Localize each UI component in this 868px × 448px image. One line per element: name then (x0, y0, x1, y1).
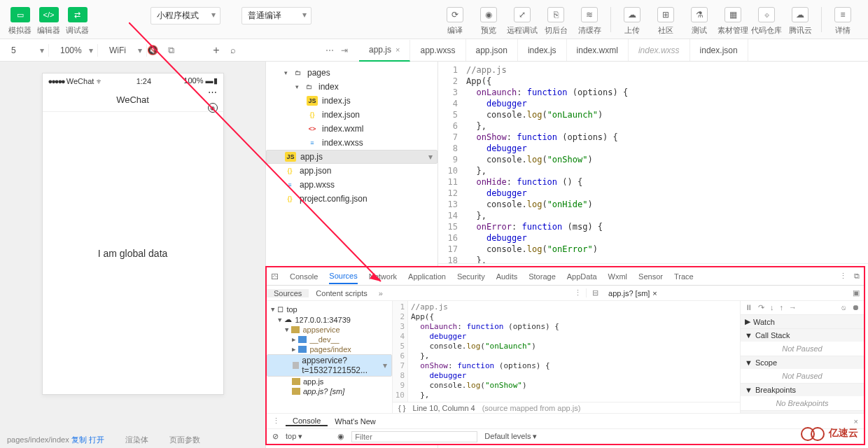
dt-tab-trace[interactable]: Trace (674, 272, 694, 281)
action-background[interactable]: ⎘切后台 (539, 7, 573, 36)
levels-select[interactable]: Default levels ▾ (484, 432, 537, 441)
editor-tab[interactable]: app.wxss (410, 39, 465, 61)
mode-editor[interactable]: </> 编辑器 (37, 7, 60, 36)
action-upload[interactable]: ☁上传 (615, 7, 649, 36)
tree-row[interactable]: <>index.wxml (266, 122, 438, 136)
step-icon[interactable]: → (789, 303, 797, 312)
subtab-chevron-icon[interactable]: » (379, 289, 383, 298)
inspect-icon[interactable]: ⮹ (271, 272, 279, 281)
dt-tab-sensor[interactable]: Sensor (638, 272, 663, 281)
console-filter-input[interactable] (351, 431, 477, 442)
scope-header[interactable]: ▼Scope (741, 356, 864, 369)
step-over-icon[interactable]: ↷ (758, 303, 764, 312)
program-mode-select[interactable]: 小程序模式 (150, 7, 220, 24)
copy-icon[interactable]: ⧉ (168, 45, 174, 56)
action-preview[interactable]: ◉预览 (472, 7, 505, 36)
tree-row[interactable]: JSapp.js (266, 150, 438, 164)
close-icon[interactable]: × (652, 289, 657, 298)
subtab-content-scripts[interactable]: Content scripts (309, 289, 374, 298)
mode-debugger[interactable]: ⇄ 调试器 (66, 7, 89, 36)
action-repo[interactable]: ⟐代码仓库 (750, 7, 783, 36)
zoom-select[interactable]: 100% (56, 44, 98, 57)
target-icon[interactable]: ◉ (208, 103, 218, 113)
drawer-more-icon[interactable]: ⋮ (267, 416, 286, 426)
compile-type-select[interactable]: 普通编译 (241, 7, 312, 24)
more-icon[interactable]: ⋯ (326, 46, 334, 55)
network-select[interactable]: WiFi (105, 44, 147, 57)
pause-exceptions-icon[interactable]: ⏺ (852, 303, 860, 312)
editor-tab[interactable]: app.json (466, 39, 518, 61)
split-icon[interactable]: ⇥ (341, 46, 348, 55)
dt-more-icon[interactable]: ⋮ (839, 272, 847, 281)
dt-tab-security[interactable]: Security (457, 272, 485, 281)
editor-tab[interactable]: index.json (690, 39, 748, 61)
drawer-close-icon[interactable]: × (854, 417, 858, 426)
drawer-tab-whatsnew[interactable]: What's New (328, 417, 382, 426)
sources-tree-row[interactable]: ▶pages/index (267, 344, 392, 354)
pause-icon[interactable]: ⏸ (745, 303, 752, 312)
source-file-tab[interactable]: app.js? [sm]× (604, 289, 662, 298)
sources-tree-row[interactable]: ▼appservice (267, 325, 392, 335)
new-file-icon[interactable]: + (208, 44, 225, 57)
editor-tab[interactable]: app.js× (359, 40, 410, 62)
eye-icon[interactable]: ◉ (337, 432, 344, 441)
deactivate-bp-icon[interactable]: ⍉ (841, 303, 846, 312)
sources-tree-row[interactable]: app.js? [sm] (267, 386, 392, 396)
action-assets[interactable]: ▦素材管理 (716, 7, 750, 36)
dt-tab-network[interactable]: Network (369, 272, 397, 281)
code-editor[interactable]: 12345678910111213141516171819 //app.jsAp… (438, 62, 868, 263)
subtab-sources[interactable]: Sources (267, 289, 309, 298)
panel-toggle-icon[interactable]: ▣ (853, 288, 860, 298)
dt-dock-icon[interactable]: ⧉ (854, 272, 860, 281)
mute-icon[interactable]: 🔇 (147, 45, 158, 55)
tree-row[interactable]: ▾🗀index (266, 80, 438, 94)
tree-row[interactable]: {}app.json (266, 164, 438, 178)
search-icon[interactable]: ⌕ (225, 45, 241, 55)
dt-tab-wxml[interactable]: Wxml (608, 272, 628, 281)
sources-tree-row[interactable]: ▶__dev__ (267, 335, 392, 344)
layout-icon[interactable]: ⊟ (586, 288, 604, 298)
action-details[interactable]: ≡详情 (826, 7, 860, 36)
tree-row[interactable]: ▾🗀pages (266, 66, 438, 80)
context-select[interactable]: top ▾ (286, 432, 330, 441)
sources-tree-row[interactable]: app.js (267, 377, 392, 386)
subtab-more-icon[interactable]: ⋮ (574, 288, 582, 298)
braces-icon[interactable]: { } (398, 404, 405, 412)
editor-tab[interactable]: index.wxss (629, 39, 690, 61)
breakpoints-header[interactable]: ▼Breakpoints (741, 384, 864, 396)
drawer-tab-console[interactable]: Console (286, 416, 328, 426)
tree-row[interactable]: ≡index.wxss (266, 136, 438, 150)
step-into-icon[interactable]: ↓ (770, 303, 774, 312)
tree-row[interactable]: {}index.json (266, 108, 438, 122)
action-cloud[interactable]: ☁腾讯云 (783, 7, 817, 36)
devtools-code[interactable]: 12345678910 //app.jsApp({ onLaunch: func… (393, 301, 740, 402)
clear-console-icon[interactable]: ⊘ (272, 432, 279, 441)
sources-tree-row[interactable]: ▼☁127.0.0.1:34739 (267, 314, 392, 325)
dt-tab-sources[interactable]: Sources (329, 269, 357, 284)
action-community[interactable]: ⊞社区 (649, 7, 682, 36)
action-clear-cache[interactable]: ≋清缓存 (573, 7, 606, 36)
action-test[interactable]: ⚗测试 (682, 7, 716, 36)
dt-tab-console[interactable]: Console (290, 272, 318, 281)
menu-dots-icon[interactable]: ⋯ (208, 87, 218, 97)
callstack-header[interactable]: ▼Call Stack (741, 329, 864, 342)
tree-row[interactable]: JSindex.js (266, 94, 438, 108)
device-select[interactable]: 5 (7, 44, 49, 57)
dt-tab-audits[interactable]: Audits (496, 272, 518, 281)
step-out-icon[interactable]: ↑ (780, 303, 784, 312)
sources-tree-row[interactable]: ▼◻top (267, 304, 392, 314)
mode-simulator[interactable]: ▭ 模拟器 (8, 7, 31, 36)
watch-header[interactable]: ▶Watch (741, 315, 864, 328)
action-remote-debug[interactable]: ⤢远程调试 (505, 7, 539, 36)
dt-tab-appdata[interactable]: AppData (567, 272, 597, 281)
editor-tab[interactable]: index.wxml (567, 39, 629, 61)
action-compile[interactable]: ⟳编译 (438, 7, 472, 36)
compile-selects: 小程序模式 普通编译 (150, 7, 312, 24)
tree-row[interactable]: ≡app.wxss (266, 178, 438, 192)
sources-tree-row[interactable]: appservice?t=15327121552... (267, 354, 392, 377)
dt-tab-storage[interactable]: Storage (528, 272, 556, 281)
close-icon[interactable]: × (396, 46, 400, 54)
editor-tab[interactable]: index.js (518, 39, 567, 61)
dt-tab-application[interactable]: Application (408, 272, 446, 281)
tree-row[interactable]: {}project.config.json (266, 192, 438, 206)
